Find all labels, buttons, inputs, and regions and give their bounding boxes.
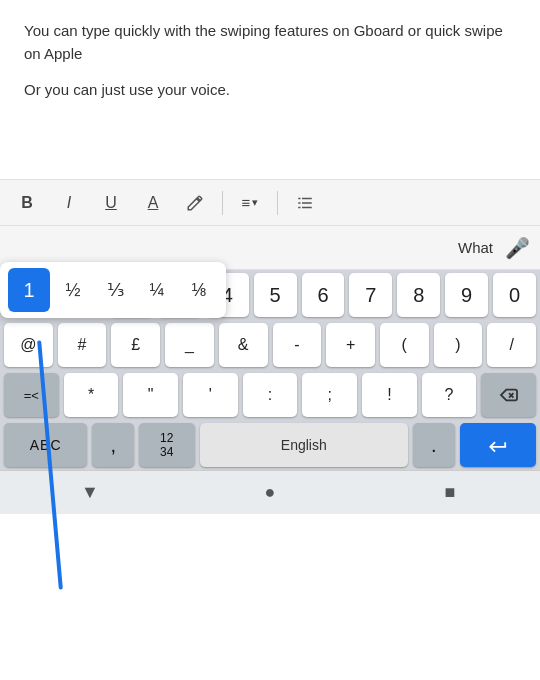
key-question[interactable]: ? — [422, 373, 477, 417]
keyboard: What 🎤 1 ½ ⅓ ¼ ⅛ 2 3 4 5 6 7 8 9 0 @ # £… — [0, 226, 540, 470]
key-asterisk[interactable]: * — [64, 373, 119, 417]
color-button[interactable]: A — [134, 185, 172, 221]
symbol-row-1: @ # £ _ & - + ( ) / — [0, 320, 540, 370]
svg-rect-5 — [302, 206, 312, 208]
back-button[interactable]: ▼ — [60, 471, 120, 515]
key-ampersand[interactable]: & — [219, 323, 268, 367]
paragraph-2: Or you can just use your voice. — [24, 79, 516, 102]
italic-button[interactable]: I — [50, 185, 88, 221]
fraction-popup: 1 ½ ⅓ ¼ ⅛ — [0, 262, 226, 318]
toolbar-separator-2 — [277, 191, 278, 215]
key-semicolon[interactable]: ; — [302, 373, 357, 417]
key-9[interactable]: 9 — [445, 273, 488, 317]
key-0[interactable]: 0 — [493, 273, 536, 317]
key-equals-lt[interactable]: =< — [4, 373, 59, 417]
fraction-third[interactable]: ⅓ — [96, 268, 134, 312]
fraction-half[interactable]: ½ — [54, 268, 92, 312]
paragraph-1: You can type quickly with the swiping fe… — [24, 20, 516, 65]
formatting-toolbar: B I U A ≡ ▾ — [0, 180, 540, 226]
spacebar-key[interactable]: English — [200, 423, 408, 467]
recent-button[interactable]: ■ — [420, 471, 480, 515]
key-minus[interactable]: - — [273, 323, 322, 367]
key-5[interactable]: 5 — [254, 273, 297, 317]
svg-rect-0 — [298, 197, 300, 199]
fraction-quarter[interactable]: ¼ — [138, 268, 176, 312]
backspace-key[interactable] — [481, 373, 536, 417]
suggestion-word[interactable]: What — [458, 239, 493, 256]
key-rparen[interactable]: ) — [434, 323, 483, 367]
underline-button[interactable]: U — [92, 185, 130, 221]
key-6[interactable]: 6 — [302, 273, 345, 317]
key-slash[interactable]: / — [487, 323, 536, 367]
key-dquote[interactable]: " — [123, 373, 178, 417]
comma-key[interactable]: , — [92, 423, 134, 467]
list-button[interactable] — [286, 185, 324, 221]
key-1[interactable]: 1 — [8, 268, 50, 312]
key-squote[interactable]: ' — [183, 373, 238, 417]
enter-key[interactable] — [460, 423, 536, 467]
key-at[interactable]: @ — [4, 323, 53, 367]
toolbar-separator-1 — [222, 191, 223, 215]
key-colon[interactable]: : — [243, 373, 298, 417]
bottom-row: ABC , 1234 English . — [0, 420, 540, 470]
symbol-row-2: =< * " ' : ; ! ? — [0, 370, 540, 420]
key-pound[interactable]: £ — [111, 323, 160, 367]
key-exclaim[interactable]: ! — [362, 373, 417, 417]
svg-rect-4 — [298, 206, 300, 208]
mic-icon[interactable]: 🎤 — [505, 236, 530, 260]
key-underscore[interactable]: _ — [165, 323, 214, 367]
key-8[interactable]: 8 — [397, 273, 440, 317]
svg-rect-1 — [302, 197, 312, 199]
number-row-wrapper: 1 ½ ⅓ ¼ ⅛ 2 3 4 5 6 7 8 9 0 — [0, 270, 540, 320]
svg-rect-3 — [302, 202, 312, 204]
svg-rect-2 — [298, 202, 300, 204]
nav-bar: ▼ ● ■ — [0, 470, 540, 514]
numbers-key[interactable]: 1234 — [139, 423, 195, 467]
pen-button[interactable] — [176, 185, 214, 221]
align-button[interactable]: ≡ ▾ — [231, 185, 269, 221]
key-lparen[interactable]: ( — [380, 323, 429, 367]
key-7[interactable]: 7 — [349, 273, 392, 317]
fraction-eighth[interactable]: ⅛ — [180, 268, 218, 312]
home-button[interactable]: ● — [240, 471, 300, 515]
key-hash[interactable]: # — [58, 323, 107, 367]
period-key[interactable]: . — [413, 423, 455, 467]
bold-button[interactable]: B — [8, 185, 46, 221]
key-plus[interactable]: + — [326, 323, 375, 367]
text-area: You can type quickly with the swiping fe… — [0, 0, 540, 180]
